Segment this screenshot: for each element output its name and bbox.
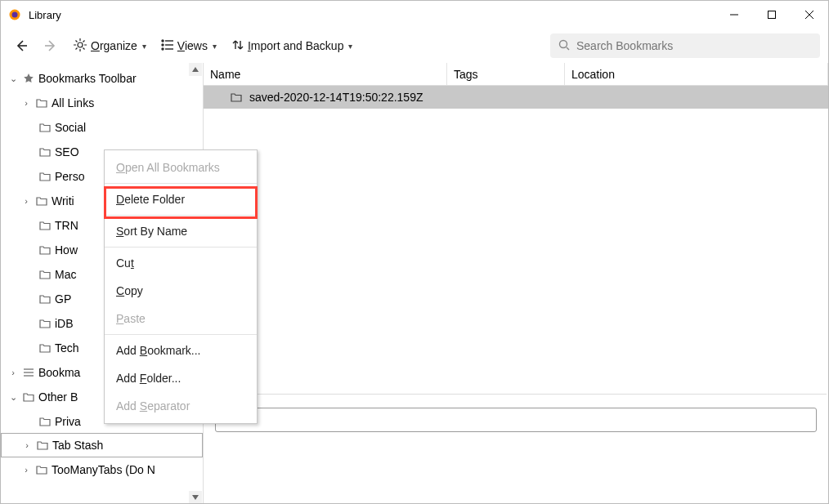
search-input[interactable] <box>576 39 812 52</box>
sidebar-item-label: How <box>55 243 78 256</box>
sidebar-item-label: iDB <box>55 317 74 330</box>
search-box[interactable] <box>550 33 820 58</box>
folder-icon <box>35 194 48 207</box>
sidebar-item-label: All Links <box>52 96 94 109</box>
column-header-location[interactable]: Location <box>565 63 828 85</box>
svg-rect-3 <box>769 11 776 19</box>
svg-point-9 <box>162 40 164 42</box>
toolbar: Organize ▾ Views ▾ Import and Backup ▾ <box>1 29 828 63</box>
maximize-button[interactable] <box>753 1 791 29</box>
sidebar-item-label: GP <box>55 292 71 306</box>
svg-point-13 <box>162 48 164 50</box>
sidebar-item-label: Writi <box>52 194 74 207</box>
folder-icon <box>35 463 48 476</box>
scroll-up-button[interactable] <box>189 63 202 76</box>
sidebar-item-label: Priva <box>55 415 81 428</box>
sidebar-item-label: Mac <box>55 268 76 281</box>
views-menu[interactable]: Views ▾ <box>156 36 222 56</box>
sidebar-item-label: Bookmarks Toolbar <box>38 72 137 85</box>
chevron-down-icon: ▾ <box>211 42 217 51</box>
folder-icon <box>36 439 49 452</box>
column-header-tags[interactable]: Tags <box>447 63 565 85</box>
svg-point-11 <box>162 44 164 46</box>
name-field[interactable] <box>215 408 817 432</box>
gear-icon <box>73 38 87 55</box>
folder-icon <box>22 390 35 404</box>
forward-button[interactable] <box>38 35 63 56</box>
menu-item-add-bookmark[interactable]: Add Bookmark... <box>105 337 257 364</box>
sidebar-item-label: Tab Stash <box>52 439 103 452</box>
sidebar-item-label: Other B <box>38 390 78 404</box>
folder-icon <box>230 91 243 104</box>
svg-line-16 <box>567 47 569 50</box>
menu-item-sort-by-name[interactable]: Sort By Name <box>105 217 257 245</box>
menu-item-open-all[interactable]: Open All Bookmarks <box>105 154 257 181</box>
sidebar-item-all-links[interactable]: › All Links <box>1 91 203 115</box>
menu-item-paste[interactable]: Paste <box>105 305 257 332</box>
folder-icon <box>38 317 52 330</box>
firefox-icon <box>7 7 22 22</box>
import-backup-menu[interactable]: Import and Backup ▾ <box>226 35 358 57</box>
chevron-down-icon: ▾ <box>141 42 146 51</box>
sidebar-item-label: Tech <box>55 341 79 355</box>
back-button[interactable] <box>9 35 34 56</box>
chevron-right-icon: › <box>7 368 19 377</box>
menu-separator <box>105 247 257 248</box>
sidebar-item-bookmarks-toolbar[interactable]: ⌄ Bookmarks Toolbar <box>1 66 203 91</box>
sidebar-item-label: Perso <box>55 170 85 183</box>
column-header-name[interactable]: Name <box>204 63 447 85</box>
chevron-right-icon: › <box>20 196 32 206</box>
search-icon <box>558 39 570 53</box>
chevron-down-icon: ⌄ <box>7 392 19 403</box>
close-button[interactable] <box>791 1 828 29</box>
chevron-right-icon: › <box>21 440 33 450</box>
chevron-down-icon: ⌄ <box>7 74 19 84</box>
folder-icon <box>38 415 52 428</box>
folder-icon <box>38 268 52 281</box>
title-bar: Library <box>1 1 828 29</box>
menu-item-cut[interactable]: Cut <box>105 249 257 277</box>
menu-item-delete-folder[interactable]: Delete Folder <box>105 185 257 213</box>
scroll-down-button[interactable] <box>189 491 202 504</box>
list-icon <box>161 39 174 53</box>
sidebar-item-tab-stash[interactable]: › Tab Stash <box>1 433 203 457</box>
menu-separator <box>105 334 257 335</box>
organize-menu[interactable]: Organize ▾ <box>68 34 151 58</box>
svg-point-15 <box>560 40 567 47</box>
folder-icon <box>38 145 52 158</box>
folder-icon <box>38 121 52 134</box>
menu-item-copy[interactable]: Copy <box>105 277 257 305</box>
chevron-right-icon: › <box>20 98 32 108</box>
chevron-right-icon: › <box>20 465 32 475</box>
context-menu: Open All Bookmarks Delete Folder Sort By… <box>104 149 258 424</box>
svg-point-8 <box>78 42 83 47</box>
bookmarks-toolbar-icon <box>22 72 35 85</box>
folder-icon <box>38 341 52 355</box>
organize-label-rest: rganize <box>100 39 137 52</box>
sidebar-item-label: Social <box>55 121 86 134</box>
bookmarks-menu-icon <box>22 366 35 379</box>
window-title: Library <box>29 9 61 21</box>
sidebar-item-label: Bookma <box>38 366 80 379</box>
folder-icon <box>35 96 48 109</box>
sidebar-item-label: TooManyTabs (Do N <box>52 463 155 476</box>
folder-icon <box>38 243 52 256</box>
sidebar-item-social[interactable]: Social <box>1 115 203 140</box>
folder-icon <box>38 219 52 232</box>
menu-item-add-folder[interactable]: Add Folder... <box>105 364 257 392</box>
list-row[interactable]: saved-2020-12-14T19:50:22.159Z <box>204 86 828 109</box>
minimize-button[interactable] <box>715 1 753 29</box>
column-headers: Name Tags Location <box>204 63 828 86</box>
menu-separator <box>105 215 257 216</box>
svg-point-1 <box>12 12 18 18</box>
menu-separator <box>105 183 257 184</box>
sort-arrows-icon <box>231 38 244 54</box>
menu-item-add-separator[interactable]: Add Separator <box>105 392 257 420</box>
folder-icon <box>38 292 52 306</box>
folder-icon <box>38 170 52 183</box>
list-row-name: saved-2020-12-14T19:50:22.159Z <box>249 91 423 104</box>
chevron-down-icon: ▾ <box>347 42 352 51</box>
sidebar-item-label: SEO <box>55 145 79 158</box>
details-pane <box>205 394 827 502</box>
sidebar-item-toomanytabs[interactable]: › TooManyTabs (Do N <box>1 457 203 482</box>
